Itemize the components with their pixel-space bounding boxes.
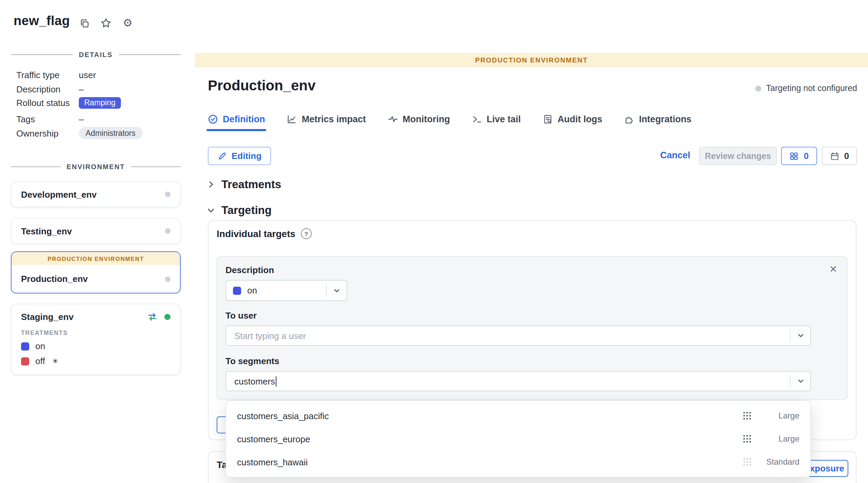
editing-label: Editing xyxy=(232,151,261,161)
default-treatment-asterisk-icon: ✳ xyxy=(52,357,58,365)
treatment-off: off ✳ xyxy=(21,356,170,366)
metrics-impact-icon xyxy=(287,114,297,124)
targeting-status: Targeting not configured xyxy=(755,84,857,93)
calendar-count: 0 xyxy=(844,151,849,161)
close-icon[interactable]: ✕ xyxy=(829,264,837,274)
pencil-icon xyxy=(217,151,227,161)
segment-dotted-grid-icon xyxy=(742,457,752,467)
help-icon[interactable]: ? xyxy=(301,228,312,239)
details-title: DETAILS xyxy=(79,51,113,58)
treatment-label: on xyxy=(35,341,45,351)
environment-tabs: Definition Metrics impact Monitoring xyxy=(208,114,691,131)
detail-label: Traffic type xyxy=(16,70,79,80)
treatments-subheader: TREATMENTS xyxy=(21,329,170,336)
env-name: Staging_env xyxy=(21,312,147,322)
calendar-icon xyxy=(830,151,839,161)
editing-button[interactable]: Editing xyxy=(208,147,271,165)
chevron-down-icon[interactable] xyxy=(327,286,346,294)
to-segments-input[interactable]: customers xyxy=(225,371,811,391)
detail-value: – xyxy=(79,84,84,94)
segment-option-customers-asia-pacific[interactable]: customers_asia_pacific Large xyxy=(226,404,810,427)
audit-logs-icon xyxy=(543,114,553,124)
detail-label: Description xyxy=(16,84,79,94)
segment-option-customers-hawaii[interactable]: customers_hawaii Standard xyxy=(226,450,810,473)
monitoring-icon xyxy=(388,114,398,124)
chevron-down-icon[interactable] xyxy=(791,377,810,385)
treatment-label: off xyxy=(35,356,45,366)
status-dot xyxy=(755,85,761,91)
targeting-status-label: Targeting not configured xyxy=(766,84,857,93)
treatment-select[interactable]: on xyxy=(225,280,347,301)
star-icon[interactable] xyxy=(101,18,111,29)
production-environment-banner: PRODUCTION ENVIRONMENT xyxy=(12,252,180,265)
calendar-counter-button[interactable]: 0 xyxy=(822,147,857,165)
tab-label: Monitoring xyxy=(403,114,450,124)
detail-row-rollout-status: Rollout status Ramping xyxy=(16,96,181,109)
detail-label: Tags xyxy=(16,114,79,124)
env-status-dot xyxy=(165,228,170,234)
treatment-select-value: on xyxy=(247,285,326,296)
to-segments-field-label: To segments xyxy=(225,356,279,366)
segment-size: Standard xyxy=(761,457,799,467)
tab-label: Audit logs xyxy=(558,114,602,124)
env-status-dot xyxy=(165,192,170,197)
tab-live-tail[interactable]: Live tail xyxy=(472,114,521,131)
tab-label: Integrations xyxy=(639,114,692,124)
tab-label: Live tail xyxy=(487,114,521,124)
cancel-button[interactable]: Cancel xyxy=(660,150,690,160)
treatments-section-toggle[interactable]: Treatments xyxy=(206,178,281,191)
flag-header-actions: ⚙ xyxy=(79,18,133,29)
detail-value: – xyxy=(79,114,84,124)
tab-metrics-impact[interactable]: Metrics impact xyxy=(287,114,366,131)
segment-option-customers-europe[interactable]: customers_europe Large xyxy=(226,427,810,450)
tab-integrations[interactable]: Integrations xyxy=(624,114,692,131)
env-status-dot-green xyxy=(164,314,170,320)
gear-icon[interactable]: ⚙ xyxy=(122,18,133,29)
live-tail-icon xyxy=(472,114,482,124)
segment-name: customers_hawaii xyxy=(237,457,742,467)
definition-icon xyxy=(208,114,218,124)
env-card-testing[interactable]: Testing_env xyxy=(11,218,181,244)
treatment-on: on xyxy=(21,341,170,351)
ownership-badge[interactable]: Administrators xyxy=(79,127,142,139)
section-title: Targeting xyxy=(221,204,272,217)
env-card-production-selected[interactable]: PRODUCTION ENVIRONMENT Production_env xyxy=(11,251,181,293)
segment-size: Large xyxy=(761,411,799,421)
layout-counter-button[interactable]: 0 xyxy=(781,147,817,165)
segments-dropdown-menu: customers_asia_pacific Large customers_e… xyxy=(225,400,811,478)
segment-name: customers_asia_pacific xyxy=(237,411,742,421)
grid-icon xyxy=(790,151,799,161)
description-field-label: Description xyxy=(225,265,274,275)
environment-page-title: Production_env xyxy=(208,77,315,94)
segment-size: Large xyxy=(761,434,799,444)
treatment-on-swatch xyxy=(233,286,241,294)
env-card-staging[interactable]: Staging_env TREATMENTS on off ✳ xyxy=(11,304,181,375)
to-user-input[interactable] xyxy=(226,330,790,341)
segment-grid-icon xyxy=(742,411,752,421)
rollout-status-badge: Ramping xyxy=(79,97,121,108)
env-card-development[interactable]: Development_env xyxy=(11,181,181,207)
environment-title: ENVIRONMENT xyxy=(67,163,125,171)
individual-targets-title-row: Individual targets ? xyxy=(217,228,312,239)
review-changes-button[interactable]: Review changes xyxy=(699,147,777,165)
targeting-section-toggle[interactable]: Targeting xyxy=(206,204,272,217)
environment-section-header: ENVIRONMENT xyxy=(11,163,181,171)
tab-definition[interactable]: Definition xyxy=(208,114,265,131)
detail-row-description: Description – xyxy=(16,82,181,96)
chevron-down-icon xyxy=(206,206,215,215)
chevron-down-icon[interactable] xyxy=(791,332,810,340)
detail-row-tags: Tags – xyxy=(16,112,181,126)
sync-icon xyxy=(147,312,158,322)
tab-monitoring[interactable]: Monitoring xyxy=(388,114,450,131)
tab-label: Definition xyxy=(223,114,265,124)
section-title: Treatments xyxy=(221,178,281,191)
production-environment-banner-main: PRODUCTION ENVIRONMENT xyxy=(195,53,868,67)
to-segments-value: customers xyxy=(234,376,275,386)
env-name: Production_env xyxy=(21,274,88,284)
copy-icon[interactable] xyxy=(79,18,90,29)
env-name: Testing_env xyxy=(21,226,72,236)
env-status-dot xyxy=(165,276,170,282)
chevron-right-icon xyxy=(206,180,215,189)
tab-audit-logs[interactable]: Audit logs xyxy=(543,114,602,131)
detail-value: user xyxy=(79,70,96,80)
